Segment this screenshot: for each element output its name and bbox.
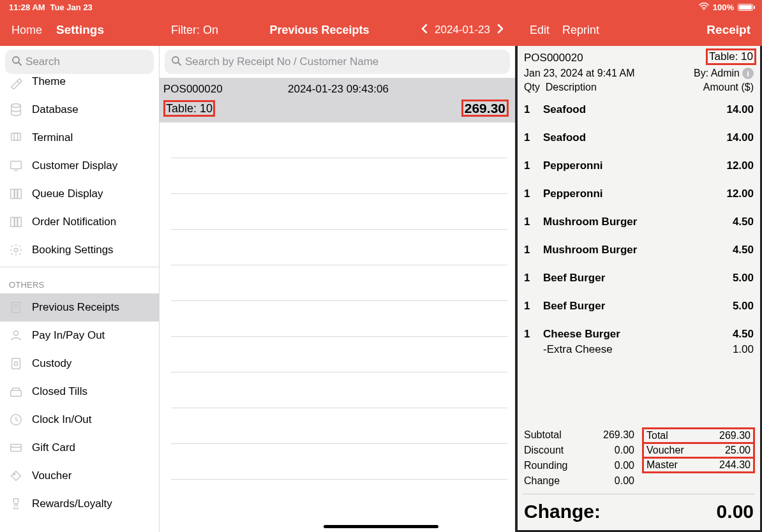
wifi-icon [699, 3, 709, 12]
sidebar-item-pay-in-out[interactable]: Pay In/Pay Out [0, 321, 159, 350]
sidebar-item-gift-card[interactable]: Gift Card [0, 434, 159, 462]
reprint-button[interactable]: Reprint [562, 24, 599, 37]
svg-point-14 [14, 248, 18, 252]
change-value: 0.00 [717, 501, 754, 522]
sidebar-item-label: Order Notification [32, 216, 116, 228]
item-desc: Beef Burger [543, 272, 709, 284]
receipt-detail-when: Jan 23, 2024 at 9:41 AM [524, 68, 634, 79]
receipt-detail-table: Table: 10 [706, 48, 756, 65]
prev-date-button[interactable] [421, 24, 428, 37]
item-desc: Pepperonni [543, 188, 709, 200]
sidebar-item-closed-tills[interactable]: Closed Tills [0, 378, 159, 406]
col-amount: Amount ($) [703, 82, 754, 93]
item-amount: 5.00 [709, 272, 754, 284]
svg-rect-10 [18, 189, 22, 199]
receipt-search[interactable]: Search by Receipt No / Customer Name [165, 50, 510, 74]
item-qty: 1 [524, 300, 543, 313]
sidebar-item-clock-in-out[interactable]: Clock In/Out [0, 406, 159, 434]
sidebar-item-label: Database [32, 103, 78, 116]
status-bar: 11:28 AM Tue Jan 23 100% [0, 0, 762, 14]
receipt-title: Receipt [706, 23, 751, 37]
svg-line-2 [19, 63, 21, 65]
receipt-no: POS000020 [163, 83, 288, 96]
svg-point-20 [14, 362, 18, 366]
sidebar-item-label: Customer Display [32, 159, 117, 172]
item-amount: 5.00 [709, 300, 754, 313]
item-amount: 4.50 [709, 216, 754, 228]
item-qty: 1 [524, 244, 543, 256]
receipt-detail: POS000020 Table: 10 Jan 23, 2024 at 9:41… [516, 46, 762, 532]
total-row: Discount0.00 [523, 443, 636, 458]
item-desc: Seafood [543, 103, 709, 116]
sidebar-item-custody[interactable]: Custody [0, 350, 159, 378]
sidebar-item-order-notification[interactable]: Order Notification [0, 208, 159, 236]
sidebar-item-database[interactable]: Database [0, 96, 159, 124]
sidebar-search[interactable]: Search [5, 50, 154, 74]
filter-toggle[interactable]: Filter: On [171, 24, 218, 37]
sidebar-item-queue-display[interactable]: Queue Display [0, 180, 159, 208]
receipt-list: Search by Receipt No / Customer Name POS… [160, 46, 516, 532]
svg-rect-12 [15, 218, 17, 227]
rewards-icon [9, 497, 23, 511]
receipt-line-item: 1 Pepperonni 12.00 [524, 180, 754, 208]
total-row: Change0.00 [523, 473, 636, 489]
receipt-timestamp: 2024-01-23 09:43:06 [288, 83, 389, 96]
previous-receipts-icon [9, 300, 23, 314]
booking-settings-icon [9, 243, 23, 257]
item-desc: Mushroom Burger [543, 244, 709, 256]
receipt-list-body [160, 122, 515, 532]
svg-rect-5 [14, 133, 18, 140]
svg-line-27 [178, 63, 181, 65]
info-icon[interactable]: i [742, 68, 754, 79]
settings-title: Settings [56, 23, 104, 37]
order-notification-icon [9, 215, 23, 229]
total-row-highlight: Master244.30 [642, 457, 755, 473]
status-time: 11:28 AM [9, 3, 45, 12]
total-row: Rounding0.00 [523, 458, 636, 473]
sidebar-item-theme[interactable]: Theme [0, 75, 159, 96]
total-row: Subtotal269.30 [523, 427, 636, 443]
svg-rect-11 [11, 218, 15, 227]
receipt-line-item: 1 Mushroom Burger 4.50 [524, 236, 754, 264]
sidebar-item-label: Queue Display [32, 188, 103, 200]
svg-rect-8 [11, 189, 15, 199]
gift-card-icon [9, 441, 23, 455]
edit-button[interactable]: Edit [530, 24, 549, 37]
pay-in-out-icon [9, 329, 23, 343]
sidebar-item-label: Booking Settings [32, 244, 114, 256]
receipt-detail-no: POS000020 [524, 52, 583, 64]
sidebar-item-previous-receipts[interactable]: Previous Receipts [0, 293, 159, 321]
sidebar-item-label: Gift Card [32, 441, 75, 454]
sidebar-item-customer-display[interactable]: Customer Display [0, 152, 159, 180]
sidebar-item-label: Terminal [32, 131, 73, 144]
current-date[interactable]: 2024-01-23 [435, 24, 490, 36]
sidebar-item-terminal[interactable]: Terminal [0, 124, 159, 152]
svg-rect-6 [11, 161, 22, 169]
item-desc: Pepperonni [543, 159, 709, 172]
receipt-line-item: 1 Seafood 14.00 [524, 96, 754, 124]
receipt-detail-by: By: Admin [694, 68, 740, 79]
svg-rect-19 [12, 358, 20, 369]
next-date-button[interactable] [497, 24, 504, 37]
item-amount: 12.00 [709, 159, 754, 172]
svg-rect-9 [15, 189, 17, 199]
item-amount: 14.00 [709, 103, 754, 116]
sidebar-item-voucher[interactable]: Voucher [0, 462, 159, 490]
item-qty [524, 343, 543, 356]
theme-icon [9, 75, 23, 89]
home-button[interactable]: Home [11, 24, 42, 37]
svg-rect-13 [18, 218, 22, 227]
receipt-line-item: 1 Seafood 14.00 [524, 124, 754, 152]
item-amount: 1.00 [709, 343, 754, 356]
clock-in-out-icon [9, 413, 23, 427]
receipt-row[interactable]: POS000020 2024-01-23 09:43:06 Table: 10 … [160, 78, 515, 122]
sidebar-item-label: Custody [32, 357, 71, 370]
search-icon [11, 55, 22, 69]
item-qty: 1 [524, 188, 543, 200]
sidebar-item-rewards[interactable]: Rewards/Loyalty [0, 490, 159, 518]
sidebar-item-booking-settings[interactable]: Booking Settings [0, 236, 159, 264]
status-date: Tue Jan 23 [50, 3, 93, 12]
queue-display-icon [9, 187, 23, 201]
svg-rect-21 [11, 390, 22, 396]
receipt-line-item: 1 Beef Burger 5.00 [524, 292, 754, 320]
